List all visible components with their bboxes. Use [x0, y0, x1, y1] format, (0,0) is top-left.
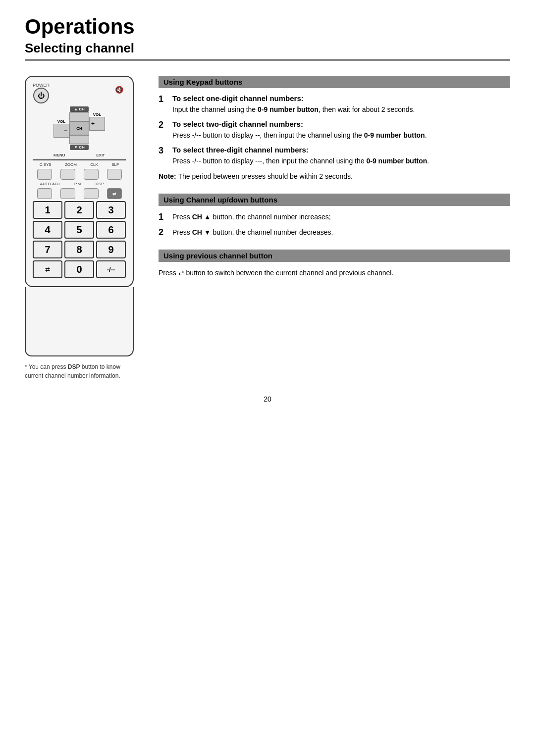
prev-channel-text: Press ⇄ button to switch between the cur… [159, 268, 510, 278]
mute-button[interactable]: 🔇 [112, 83, 126, 97]
right-column: Using Keypad buttons 1 To select one-dig… [159, 76, 510, 380]
footnote-text: * You can press DSP button to know curre… [25, 363, 120, 379]
keypad-item-1: 1 To select one-digit channel numbers: I… [159, 94, 510, 115]
num-9-button[interactable]: 9 [96, 241, 126, 258]
footnote: * You can press DSP button to know curre… [25, 362, 134, 380]
item-text-3: Press -/-- button to display ---, then i… [172, 156, 510, 166]
item-content-3: To select three-digit channel numbers: P… [172, 146, 510, 166]
updown-item-2: 2 Press CH ▼ button, the channel number … [159, 227, 510, 238]
keypad-header-text: Using Keypad buttons [163, 78, 242, 86]
item-content-1: To select one-digit channel numbers: Inp… [172, 94, 510, 115]
item-heading-2: To select two-digit channel numbers: [172, 120, 510, 128]
num-7-button[interactable]: 7 [33, 241, 62, 258]
vol-plus-button[interactable]: + [89, 117, 105, 131]
row1-buttons [33, 169, 126, 180]
exit-label: EXIT [96, 153, 105, 157]
ch-up-label: ▲ CH [70, 106, 89, 112]
channel-updown-header-text: Using Channel up/down buttons [163, 196, 277, 204]
remote-top-row: POWER ⏻ 🔇 [33, 83, 126, 103]
updown-number-2: 2 [159, 227, 168, 238]
updown-text-1: Press CH ▲ button, the channel number in… [172, 212, 510, 222]
row2-buttons: ⇄ [33, 188, 126, 199]
remote-lower-body [25, 287, 134, 356]
item-content-2: To select two-digit channel numbers: Pre… [172, 120, 510, 141]
item-heading-3: To select three-digit channel numbers: [172, 146, 510, 154]
keypad-section-header: Using Keypad buttons [159, 76, 510, 88]
updown-item-1: 1 Press CH ▲ button, the channel number … [159, 212, 510, 222]
left-column: POWER ⏻ 🔇 ▲ CH VOL − CH [25, 76, 144, 380]
prev-channel-header-text: Using previous channel button [163, 252, 272, 260]
slp-label: SLP [111, 162, 119, 167]
note-text: Note: The period between presses should … [159, 171, 510, 182]
item-text-2: Press -/-- button to display --, then in… [172, 130, 510, 141]
csys-label: C.SYS [40, 162, 52, 167]
updown-content-1: Press CH ▲ button, the channel number in… [172, 212, 510, 222]
num-4-button[interactable]: 4 [33, 221, 62, 239]
dpad-middle: VOL − CH VOL + [54, 112, 105, 144]
page-subtitle: Selecting channel [25, 41, 510, 56]
page-title: Operations [25, 15, 510, 39]
item-number-3: 3 [159, 146, 168, 166]
autoadj-button[interactable] [37, 188, 52, 199]
num-1-button[interactable]: 1 [33, 201, 62, 219]
menu-exit-row: MENU EXIT [54, 153, 105, 157]
vol-right-side: VOL + [89, 112, 105, 144]
row1-labels: C.SYS ZOOM CLK SLP [33, 162, 126, 167]
keypad-item-2: 2 To select two-digit channel numbers: P… [159, 120, 510, 141]
page-header: Operations Selecting channel [0, 0, 535, 61]
item-heading-1: To select one-digit channel numbers: [172, 94, 510, 102]
num-5-button[interactable]: 5 [64, 221, 94, 239]
nav-dpad-block: ▲ CH VOL − CH VOL + ▼ [33, 106, 126, 150]
updown-text-2: Press CH ▼ button, the channel number de… [172, 227, 510, 238]
remote-divider-1 [33, 159, 126, 160]
prev-channel-header: Using previous channel button [159, 250, 510, 262]
special-button[interactable]: ⇄ [107, 188, 122, 199]
prev-channel-instructions: Press ⇄ button to switch between the cur… [159, 268, 510, 278]
zoom-label: ZOOM [65, 162, 77, 167]
numpad-bottom: ⇄ 0 -/-- [33, 260, 126, 278]
vol-label-right: VOL [93, 112, 101, 117]
slp-button[interactable] [107, 169, 122, 180]
zoom-button[interactable] [60, 169, 75, 180]
menu-label: MENU [54, 153, 65, 157]
num-6-button[interactable]: 6 [96, 221, 126, 239]
vol-minus-button[interactable]: − [54, 124, 69, 138]
dsp-label: DSP [96, 182, 104, 186]
dsp-button[interactable] [84, 188, 99, 199]
num-8-button[interactable]: 8 [64, 241, 94, 258]
num-3-button[interactable]: 3 [96, 201, 126, 219]
clk-label: CLK [90, 162, 98, 167]
channel-updown-header: Using Channel up/down buttons [159, 194, 510, 206]
num-0-button[interactable]: 0 [64, 260, 94, 278]
ch-down-button[interactable] [69, 135, 89, 144]
item-number-2: 2 [159, 120, 168, 141]
num-2-button[interactable]: 2 [64, 201, 94, 219]
ch-up-button[interactable] [69, 112, 89, 121]
remote-illustration: POWER ⏻ 🔇 ▲ CH VOL − CH [25, 76, 134, 287]
pm-button[interactable] [60, 188, 75, 199]
prev-ch-button[interactable]: ⇄ [33, 260, 62, 278]
clk-button[interactable] [84, 169, 99, 180]
numpad-grid: 1 2 3 4 5 6 7 8 9 [33, 201, 126, 258]
channel-updown-instructions: 1 Press CH ▲ button, the channel number … [159, 212, 510, 238]
csys-button[interactable] [37, 169, 52, 180]
dpad-center: CH [69, 121, 89, 135]
page-number: 20 [0, 395, 535, 413]
updown-content-2: Press CH ▼ button, the channel number de… [172, 227, 510, 238]
item-number-1: 1 [159, 94, 168, 115]
power-label: POWER [33, 83, 50, 88]
main-content: POWER ⏻ 🔇 ▲ CH VOL − CH [0, 61, 535, 380]
vol-label-left: VOL [57, 119, 65, 124]
vol-left-side: VOL − [54, 112, 69, 144]
ch-down-label: ▼ CH [70, 145, 89, 150]
keypad-item-3: 3 To select three-digit channel numbers:… [159, 146, 510, 166]
autoadj-label: AUTO.ADJ [40, 182, 59, 186]
pm-label: P.M [74, 182, 81, 186]
power-button[interactable]: ⏻ [33, 88, 49, 103]
updown-number-1: 1 [159, 212, 168, 222]
keypad-instructions: 1 To select one-digit channel numbers: I… [159, 94, 510, 182]
dash-button[interactable]: -/-- [96, 260, 126, 278]
row2-labels: AUTO.ADJ P.M DSP [33, 182, 126, 186]
item-text-1: Input the channel using the 0-9 number b… [172, 104, 510, 115]
